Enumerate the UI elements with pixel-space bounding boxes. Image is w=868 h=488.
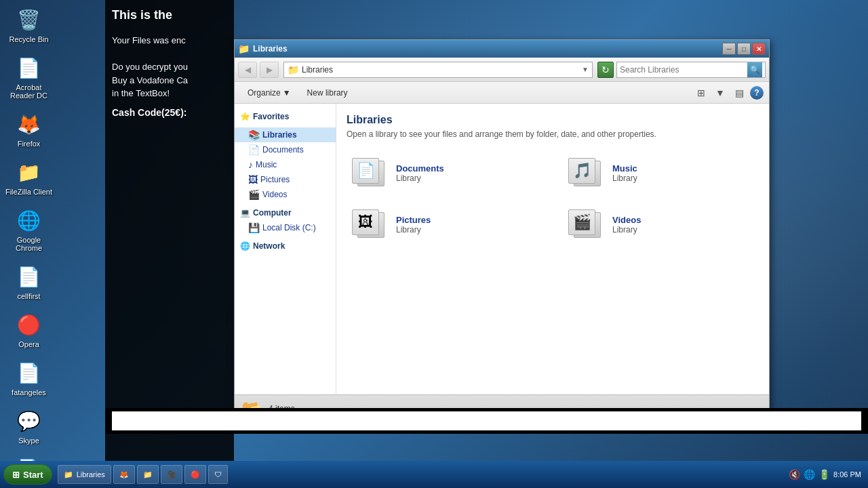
fatangeles-icon: 📄 [16,359,43,386]
library-item-pictures[interactable]: 🖼 Pictures Library [347,204,542,245]
start-label: Start [23,470,43,480]
main-content: ⭐ Favorites 📚 Libraries 📄 Documents ♪ [235,104,769,394]
libraries-sidebar-icon: 📚 [248,129,260,140]
firefox-icon: 🦊 [16,110,43,138]
title-bar: 📁 Libraries ─ □ ✕ [235,40,769,58]
start-button[interactable]: ⊞ Start [3,464,52,485]
videos-icon-wrap: 🎬 [568,209,606,240]
desktop-icon-filezilla[interactable]: 📁 FileZilla Client [3,156,54,199]
cellfirst-label: cellfirst [5,292,53,300]
back-button[interactable]: ◀ [238,62,257,78]
start-icon: ⊞ [12,470,20,480]
content-pane: Libraries Open a library to see your fil… [336,104,769,394]
taskbar-item-security[interactable]: 🛡 [208,465,228,484]
tray-network-icon[interactable]: 🌐 [804,469,815,480]
music-sidebar-label: Music [256,160,277,169]
computer-sidebar-icon: 💻 [240,208,250,218]
sidebar-item-pictures[interactable]: 🖼 Pictures [235,172,336,187]
sidebar-item-music[interactable]: ♪ Music [235,157,336,172]
ransomware-title: This is the [112,7,227,24]
desktop-icon-cellfirst[interactable]: 📄 cellfirst [3,260,54,303]
new-library-label: New library [307,88,348,98]
documents-type: Library [396,174,444,183]
cellfirst-icon: 📄 [16,263,43,290]
taskbar-item-opera[interactable]: 🔴 [184,465,206,484]
recycle-bin-icon: 🗑️ [16,6,43,33]
help-button[interactable]: ? [750,86,764,100]
anyrun-watermark: ANY▶RUN [776,411,854,427]
forward-button[interactable]: ▶ [260,62,279,78]
desktop-icons-container: 🗑️ Recycle Bin 📄 Acrobat Reader DC 🦊 Fir… [0,0,98,461]
taskbar-tray: 🔇 🌐 🔋 8:06 PM [789,469,865,480]
cash-input-bar [105,408,868,434]
sidebar-item-videos[interactable]: 🎬 Videos [235,187,336,202]
taskbar-item-libraries[interactable]: 📁 Libraries [58,465,111,484]
computer-header[interactable]: 💻 Computer [235,205,336,220]
sidebar-item-documents[interactable]: 📄 Documents [235,142,336,157]
fatangeles-label: fatangeles [5,388,53,396]
organize-button[interactable]: Organize ▼ [240,84,298,102]
local-disk-icon: 💾 [248,222,260,233]
library-item-documents[interactable]: 📄 Documents Library [347,152,542,194]
preview-pane-button[interactable]: ▤ [731,85,747,101]
organize-dropdown-icon: ▼ [283,88,291,98]
sidebar-item-libraries[interactable]: 📚 Libraries [235,127,336,142]
opera-label: Opera [5,340,53,348]
search-input[interactable] [620,65,747,75]
view-dropdown-button[interactable]: ▼ [712,85,728,101]
desktop-icon-skype[interactable]: 💬 Skype [3,405,54,447]
financiallistings-icon: 📄 [16,455,43,461]
desktop-icon-fatangeles[interactable]: 📄 fatangeles [3,357,54,399]
refresh-button[interactable]: ↻ [597,62,614,78]
toolbar-right: ⊞ ▼ ▤ ? [693,85,764,101]
pictures-name: Pictures [396,215,431,225]
navigation-bar: ◀ ▶ 📁 Libraries ▼ ↻ 🔍 [235,58,769,82]
address-dropdown-icon[interactable]: ▼ [582,66,589,73]
search-bar[interactable]: 🔍 [616,62,766,78]
address-text: Libraries [302,65,582,75]
taskbar-item-media[interactable]: 🎥 [161,465,182,484]
music-icon-fg: 🎵 [568,158,595,184]
search-button[interactable]: 🔍 [747,62,762,77]
sidebar-item-local-disk[interactable]: 💾 Local Disk (C:) [235,220,336,235]
minimize-button[interactable]: ─ [722,43,736,55]
taskbar-item-explorer[interactable]: 📁 [137,465,159,484]
computer-section: 💻 Computer 💾 Local Disk (C:) [235,205,336,235]
taskbar-explorer-icon: 📁 [143,470,153,479]
desktop-icon-financiallistings[interactable]: 📄 financiallistings [3,453,54,461]
recycle-bin-label: Recycle Bin [5,35,53,43]
maximize-button[interactable]: □ [737,43,751,55]
address-bar[interactable]: 📁 Libraries ▼ [283,62,593,78]
desktop-icon-firefox[interactable]: 🦊 Firefox [3,108,54,150]
network-header[interactable]: 🌐 Network [235,239,336,253]
libraries-sidebar-label: Libraries [262,130,297,140]
desktop-icon-google-chrome[interactable]: 🌐 Google Chrome [3,204,54,255]
acrobat-reader-icon: 📄 [16,54,43,81]
close-button[interactable]: ✕ [752,43,766,55]
favorites-header[interactable]: ⭐ Favorites [235,109,336,124]
desktop-icon-opera[interactable]: 🔴 Opera [3,308,54,351]
library-item-music[interactable]: 🎵 Music Library [563,152,759,194]
tray-battery-icon[interactable]: 🔋 [818,469,830,480]
ransomware-overlay: This is the Your Files was enc Do you de… [105,0,234,461]
skype-label: Skype [5,436,53,445]
library-item-videos[interactable]: 🎬 Videos Library [563,204,759,245]
tray-volume-icon[interactable]: 🔇 [789,469,800,480]
new-library-button[interactable]: New library [300,84,355,102]
documents-sidebar-icon: 📄 [248,144,260,155]
taskbar-opera-icon: 🔴 [191,470,200,479]
opera-icon: 🔴 [16,311,43,338]
desktop-icon-acrobat-reader[interactable]: 📄 Acrobat Reader DC [3,52,54,102]
address-folder-icon: 📁 [288,64,299,75]
view-options-button[interactable]: ⊞ [693,85,709,101]
music-name: Music [612,163,637,174]
local-disk-label: Local Disk (C:) [262,223,316,232]
desktop-icon-recycle-bin[interactable]: 🗑️ Recycle Bin [3,3,54,46]
documents-icon-fg: 📄 [352,158,379,184]
documents-info: Documents Library [396,163,444,183]
taskbar-item-firefox[interactable]: 🦊 [113,465,135,484]
cash-code-input[interactable] [112,411,861,430]
google-chrome-icon: 🌐 [16,207,43,234]
taskbar-libraries-label: Libraries [77,470,105,479]
toolbar: Organize ▼ New library ⊞ ▼ ▤ ? [235,82,769,104]
